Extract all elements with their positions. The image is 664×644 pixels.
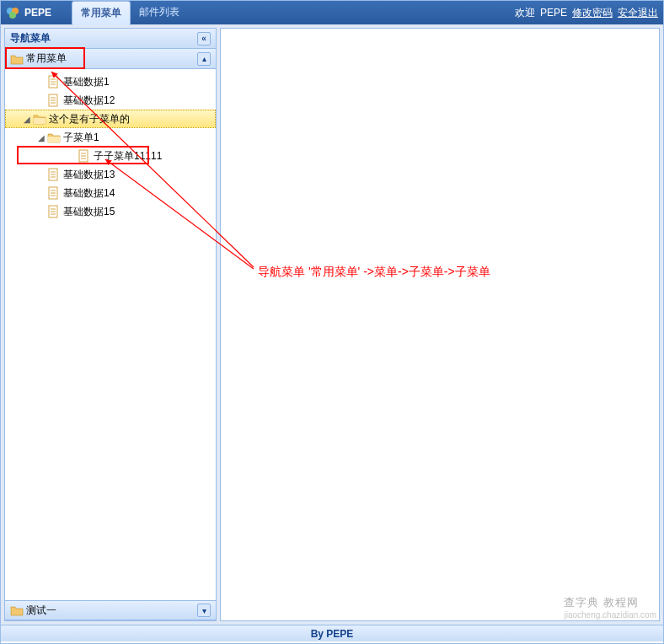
- accordion-expand-icon[interactable]: ▾: [197, 604, 211, 617]
- brand-title: PEPE: [24, 7, 51, 19]
- tree-branch[interactable]: ◢这个是有子菜单的: [5, 110, 216, 128]
- watermark: 查字典 教程网 jiaocheng.chazidian.com: [564, 595, 656, 620]
- folder-icon: [10, 604, 24, 617]
- tree-leaf[interactable]: 基础数据15: [5, 202, 216, 221]
- accordion-collapse-icon[interactable]: ▴: [197, 52, 211, 66]
- folder-icon: [10, 52, 24, 66]
- top-bar: PEPE 常用菜单 邮件列表 欢迎 PEPE 修改密码 安全退出: [1, 1, 663, 24]
- tree-node-label: 这个是有子菜单的: [49, 112, 130, 126]
- tab-common-menu[interactable]: 常用菜单: [72, 1, 131, 25]
- accordion-label: 常用菜单: [26, 51, 67, 66]
- tree-container: 基础数据1基础数据12◢这个是有子菜单的◢子菜单1子子菜单11111基础数据13…: [5, 69, 216, 600]
- accordion-header-common[interactable]: 常用菜单 ▴: [5, 49, 216, 69]
- tab-mail-list[interactable]: 邮件列表: [131, 1, 188, 24]
- tree-node-label: 子子菜单11111: [94, 149, 162, 164]
- accordion-header-test[interactable]: 测试一 ▾: [5, 600, 216, 620]
- tree-branch[interactable]: ◢子菜单1: [5, 128, 216, 147]
- tree-leaf[interactable]: 基础数据1: [5, 72, 216, 91]
- sidebar-title-bar: 导航菜单 «: [5, 29, 216, 49]
- tree-leaf[interactable]: 基础数据12: [5, 91, 216, 110]
- welcome-text: 欢迎: [515, 6, 535, 20]
- expand-arrow-icon[interactable]: ◢: [21, 115, 33, 124]
- footer-text: By PEPE: [311, 628, 354, 640]
- content-pane: 导航菜单 '常用菜单' ->菜单->子菜单->子菜单: [220, 28, 660, 621]
- header-right: 欢迎 PEPE 修改密码 安全退出: [515, 6, 658, 20]
- tree-node-label: 基础数据15: [63, 205, 115, 219]
- watermark-line2: jiaocheng.chazidian.com: [564, 610, 656, 620]
- sidebar-title: 导航菜单: [10, 31, 51, 46]
- change-password-link[interactable]: 修改密码: [572, 6, 613, 20]
- tree-leaf[interactable]: 基础数据13: [5, 165, 216, 184]
- tree-node-label: 基础数据13: [63, 168, 115, 182]
- welcome-user: PEPE: [540, 7, 567, 19]
- svg-point-2: [9, 12, 16, 19]
- logo-icon: [6, 6, 19, 19]
- sidebar: 导航菜单 « 常用菜单 ▴ 基础数据1基础数据12◢这个是有子菜单的◢子菜单1子…: [4, 28, 217, 621]
- watermark-line1: 查字典 教程网: [564, 596, 639, 609]
- main-tabs: 常用菜单 邮件列表: [72, 1, 515, 24]
- logout-link[interactable]: 安全退出: [618, 6, 658, 20]
- sidebar-collapse-button[interactable]: «: [197, 32, 211, 46]
- annotation-text: 导航菜单 '常用菜单' ->菜单->子菜单->子菜单: [258, 265, 490, 280]
- tree-node-label: 子菜单1: [63, 131, 99, 145]
- tree-leaf[interactable]: 基础数据14: [5, 184, 216, 202]
- tree-leaf[interactable]: 子子菜单11111: [5, 147, 216, 165]
- tree-node-label: 基础数据1: [63, 75, 110, 89]
- tree-node-label: 基础数据14: [63, 186, 115, 201]
- footer-bar: By PEPE: [1, 625, 663, 641]
- tree-node-label: 基础数据12: [63, 94, 115, 108]
- accordion-label: 测试一: [26, 604, 56, 618]
- expand-arrow-icon[interactable]: ◢: [35, 133, 47, 142]
